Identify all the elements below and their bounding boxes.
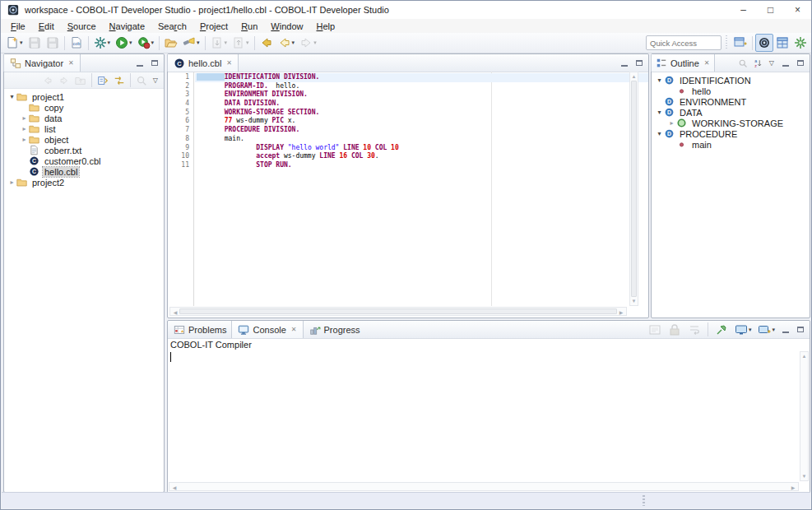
collapse-all-button[interactable] (95, 72, 111, 90)
run-button[interactable]: ▾ (113, 34, 135, 52)
menu-edit[interactable]: Edit (32, 21, 61, 32)
menu-search[interactable]: Search (151, 21, 193, 32)
trim-drag-handle[interactable] (643, 495, 645, 506)
pin-console-button[interactable] (712, 321, 731, 339)
outline-item-identification[interactable]: ▾DIDENTIFICATION (652, 75, 810, 86)
sort-alphabetically-button[interactable]: a z (751, 57, 764, 70)
dropdown-arrow-icon[interactable]: ▾ (292, 39, 295, 46)
close-console-tab-icon[interactable]: ✕ (291, 326, 297, 333)
navigator-minimize-button[interactable] (133, 57, 146, 70)
minimize-window-button[interactable]: – (730, 1, 757, 19)
navigator-tab[interactable]: Navigator ✕ (3, 54, 81, 72)
run-cobol-button[interactable]: ▾ (135, 34, 157, 52)
open-perspective-button[interactable] (731, 34, 749, 52)
outline-item-hello[interactable]: hello (652, 86, 810, 96)
dropdown-arrow-icon[interactable]: ▾ (197, 39, 200, 46)
outline-item-data[interactable]: ▾DDATA (652, 107, 810, 118)
code-line-5[interactable]: 5 WORKING-STORAGE SECTION. (168, 109, 648, 118)
code-line-3[interactable]: 3 ENVIRONMENT DIVISION. (168, 90, 648, 100)
outline-item-environment[interactable]: DENVIRONMENT (652, 96, 810, 107)
outline-item-procedure[interactable]: ▾DPROCEDURE (652, 128, 810, 139)
expander-icon[interactable]: ▸ (20, 125, 29, 132)
expander-icon[interactable]: ▾ (7, 93, 16, 100)
navigator-maximize-button[interactable] (148, 57, 161, 70)
navigator-item-object[interactable]: ▸object (4, 134, 164, 145)
outline-item-main[interactable]: main (652, 139, 810, 150)
close-window-button[interactable]: × (784, 1, 811, 19)
outline-item-working-storage[interactable]: ▸WORKING-STORAGE (652, 118, 810, 128)
navigator-item-data[interactable]: ▸data (4, 113, 164, 123)
navigator-item-coberr-txt[interactable]: coberr.txt (4, 145, 164, 155)
expander-icon[interactable]: ▾ (655, 130, 664, 137)
editor-maximize-button[interactable] (633, 57, 646, 70)
console-horizontal-scrollbar[interactable]: ◀▶ (169, 482, 799, 491)
open-console-button[interactable]: ▾ (755, 321, 777, 339)
display-selected-console-button[interactable]: ▾ (732, 321, 754, 339)
menu-source[interactable]: Source (61, 21, 103, 32)
tab-progress[interactable]: Progress (304, 321, 366, 338)
back-button[interactable]: ▾ (276, 34, 298, 52)
link-with-editor-button[interactable] (111, 72, 128, 90)
navigator-item-hello-cbl[interactable]: Chello.cbl (4, 166, 164, 177)
navigator-item-copy[interactable]: copy (4, 102, 164, 113)
code-editor[interactable]: 1 IDENTIFICATION DIVISION.2 PROGRAM-ID. … (168, 72, 648, 318)
outline-focus-button[interactable] (736, 57, 749, 70)
dropdown-arrow-icon[interactable]: ▾ (151, 39, 155, 46)
expander-icon[interactable]: ▸ (667, 119, 676, 127)
dropdown-arrow-icon[interactable]: ▾ (749, 327, 752, 333)
code-line-4[interactable]: 4 DATA DIVISION. (168, 100, 648, 109)
debug-button[interactable]: ▾ (91, 34, 114, 52)
code-line-8[interactable]: 8 main. (168, 135, 648, 144)
expander-icon[interactable]: ▸ (20, 114, 29, 122)
dropdown-arrow-icon[interactable]: ▾ (225, 39, 228, 46)
navigator-item-customer0-cbl[interactable]: Ccustomer0.cbl (4, 155, 164, 166)
code-line-10[interactable]: 10 accept ws-dummy LINE 16 COL 30. (168, 152, 648, 161)
console-maximize-button[interactable] (794, 323, 807, 336)
outline-view-menu-icon[interactable]: ▽ (766, 59, 777, 67)
editor-vertical-scrollbar[interactable]: ▲▼ (629, 72, 638, 306)
dropdown-arrow-icon[interactable]: ▾ (246, 39, 249, 46)
navigator-item-list[interactable]: ▸list (4, 123, 164, 134)
debug-perspective-button[interactable] (791, 34, 810, 52)
cobol-perspective-button[interactable] (755, 34, 773, 52)
code-line-6[interactable]: 6 77 ws-dummy PIC x. (168, 117, 648, 126)
code-line-9[interactable]: 9 DISPLAY "hello world" LINE 10 COL 10 (168, 144, 648, 153)
console-output[interactable]: ▲▼ ◀▶ (168, 350, 810, 492)
new-button[interactable]: ▾ (3, 34, 26, 52)
tab-problems[interactable]: Problems (168, 321, 232, 338)
open-copybook-button[interactable] (162, 34, 180, 52)
console-vertical-scrollbar[interactable]: ▲▼ (800, 351, 809, 481)
code-line-7[interactable]: 7 PROCEDURE DIVISION. (168, 126, 648, 135)
editor-tab-hello-cbl[interactable]: C hello.cbl ✕ (167, 54, 239, 72)
dropdown-arrow-icon[interactable]: ▾ (20, 39, 23, 46)
quick-access-input[interactable] (646, 35, 722, 50)
menu-window[interactable]: Window (264, 21, 309, 32)
expander-icon[interactable]: ▸ (7, 178, 16, 186)
expander-icon[interactable]: ▾ (655, 76, 664, 84)
last-edit-location-button[interactable] (258, 34, 276, 52)
outline-tab[interactable]: Outline ✕ (651, 54, 715, 72)
compile-cobol-button[interactable]: cob (67, 34, 86, 52)
navigator-view-menu-icon[interactable]: ▽ (150, 76, 161, 84)
menu-navigate[interactable]: Navigate (103, 21, 151, 32)
code-line-1[interactable]: 1 IDENTIFICATION DIVISION. (168, 73, 648, 82)
editor-minimize-button[interactable] (618, 57, 631, 70)
code-line-2[interactable]: 2 PROGRAM-ID. hello. (168, 82, 648, 91)
code-line-11[interactable]: 11 STOP RUN. (168, 161, 648, 170)
search-button[interactable]: ▾ (180, 34, 202, 52)
menu-project[interactable]: Project (193, 21, 234, 32)
editor-horizontal-scrollbar[interactable]: ◀▶ (169, 307, 627, 316)
close-navigator-icon[interactable]: ✕ (68, 59, 74, 67)
tab-console[interactable]: Console✕ (231, 321, 303, 338)
expander-icon[interactable]: ▸ (20, 136, 29, 143)
dropdown-arrow-icon[interactable]: ▾ (772, 327, 775, 333)
menu-run[interactable]: Run (234, 21, 264, 32)
navigator-item-project2[interactable]: ▸project2 (4, 177, 164, 188)
dropdown-arrow-icon[interactable]: ▾ (108, 39, 111, 46)
dropdown-arrow-icon[interactable]: ▾ (313, 39, 317, 46)
console-minimize-button[interactable] (779, 323, 792, 336)
outline-minimize-button[interactable] (779, 57, 792, 70)
dropdown-arrow-icon[interactable]: ▾ (129, 39, 132, 46)
close-outline-icon[interactable]: ✕ (704, 59, 710, 67)
menu-file[interactable]: File (4, 21, 32, 32)
